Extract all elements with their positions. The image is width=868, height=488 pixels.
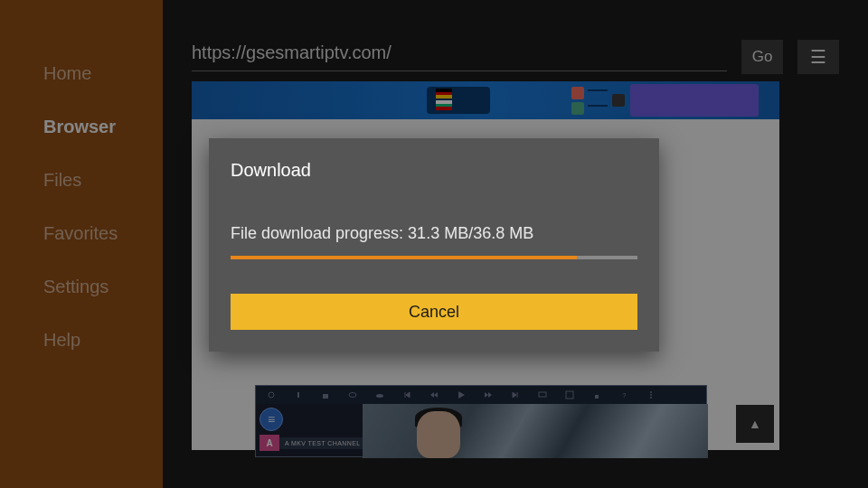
progress-bar [231,256,637,259]
help-icon: ? [619,390,628,399]
banner-decor [571,102,584,115]
flag-icon [436,89,452,99]
banner-decor [588,89,608,91]
sidebar-item-browser[interactable]: Browser [0,100,163,154]
cloud-icon [375,390,384,399]
progress-downloaded: 31.3 MB [408,224,468,242]
play-icon [457,390,466,399]
svg-point-3 [349,393,356,398]
progress-total: 36.8 MB [473,224,533,242]
hamburger-menu-button[interactable]: ☰ [797,40,839,74]
picture-icon [565,390,574,399]
video-thumbnail [363,404,708,458]
flag-icon [436,100,452,110]
sidebar-item-help[interactable]: Help [0,314,163,367]
banner-decor [612,94,625,107]
rewind-icon [429,390,439,399]
svg-point-0 [269,392,274,398]
sidebar-item-settings[interactable]: Settings [0,260,163,314]
info-icon [294,390,303,399]
download-progress-text: File download progress: 31.3 MB/36.8 MB [231,224,637,243]
progress-bar-fill [231,256,577,259]
svg-rect-1 [297,392,299,398]
svg-rect-2 [323,394,328,399]
eye-icon [348,390,357,399]
media-player-preview: ? ≡ A A MKV TEST CHANNEL [255,385,707,457]
svg-point-10 [650,397,652,399]
svg-point-9 [650,394,652,396]
cast-icon [538,390,547,399]
sidebar-item-favorites[interactable]: Favorites [0,207,163,260]
channel-badge: A [259,435,279,451]
skip-forward-icon [511,390,520,399]
banner-decor [588,105,608,107]
url-input[interactable]: https://gsesmartiptv.com/ [192,42,727,71]
svg-rect-6 [566,391,573,399]
banner-decor [571,87,584,99]
chevron-up-icon: ▲ [749,417,761,431]
go-button[interactable]: Go [741,40,783,74]
hamburger-icon: ☰ [810,46,826,68]
progress-prefix: File download progress: [231,224,408,242]
svg-point-8 [650,391,652,393]
player-menu-button[interactable]: ≡ [259,408,283,431]
more-icon [646,390,656,399]
lock-icon [321,390,330,399]
thumbnail-decor [417,411,460,458]
channel-row[interactable]: A A MKV TEST CHANNEL [259,435,366,451]
hamburger-icon: ≡ [268,412,275,427]
dialog-title: Download [231,160,637,181]
sidebar-item-files[interactable]: Files [0,154,163,207]
sidebar-items: Home Browser Files Favorites Settings He… [0,0,163,367]
thumbs-up-icon [592,390,601,399]
forward-icon [484,390,493,399]
address-bar: https://gsesmartiptv.com/ Go ☰ [192,0,839,74]
download-dialog: Download File download progress: 31.3 MB… [209,138,659,352]
player-toolbar: ? [256,386,706,404]
skip-back-icon [402,390,411,399]
settings-icon [267,390,276,399]
banner-decor [630,84,759,117]
cancel-button[interactable]: Cancel [231,294,637,330]
sidebar-item-home[interactable]: Home [0,47,163,100]
svg-point-4 [376,394,383,398]
svg-text:?: ? [622,391,627,399]
back-to-top-button[interactable]: ▲ [736,405,774,443]
channel-label: A MKV TEST CHANNEL [279,437,366,449]
svg-rect-5 [539,392,546,397]
page-banner [192,81,779,119]
sidebar: Home Browser Files Favorites Settings He… [0,0,163,488]
